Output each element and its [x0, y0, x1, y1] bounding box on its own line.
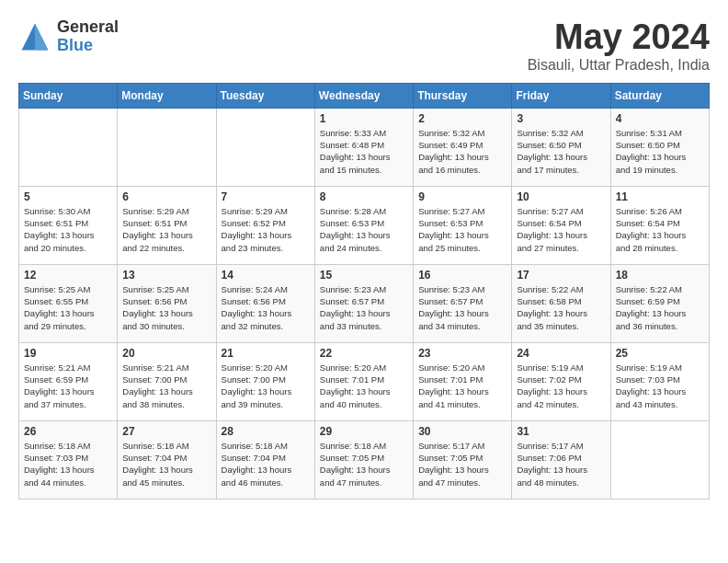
- weekday-header-tuesday: Tuesday: [216, 83, 314, 108]
- day-number: 23: [418, 347, 506, 360]
- day-number: 19: [24, 347, 112, 360]
- day-info: Sunrise: 5:20 AM Sunset: 7:01 PM Dayligh…: [418, 362, 506, 410]
- day-info: Sunrise: 5:32 AM Sunset: 6:50 PM Dayligh…: [517, 127, 605, 176]
- day-number: 24: [517, 347, 605, 360]
- day-number: 7: [222, 190, 310, 203]
- calendar-cell: 28Sunrise: 5:18 AM Sunset: 7:04 PM Dayli…: [216, 420, 314, 499]
- calendar-cell: 15Sunrise: 5:23 AM Sunset: 6:57 PM Dayli…: [314, 264, 413, 342]
- calendar-cell: 29Sunrise: 5:18 AM Sunset: 7:05 PM Dayli…: [314, 420, 413, 499]
- day-info: Sunrise: 5:29 AM Sunset: 6:51 PM Dayligh…: [122, 205, 210, 254]
- day-number: 11: [616, 190, 704, 203]
- day-number: 8: [320, 190, 408, 203]
- day-number: 12: [24, 269, 112, 282]
- calendar-week-1: 1Sunrise: 5:33 AM Sunset: 6:48 PM Daylig…: [19, 108, 710, 186]
- calendar-cell: 22Sunrise: 5:20 AM Sunset: 7:01 PM Dayli…: [314, 342, 413, 420]
- logo: General Blue: [18, 18, 119, 55]
- calendar-week-4: 19Sunrise: 5:21 AM Sunset: 6:59 PM Dayli…: [19, 342, 710, 420]
- day-info: Sunrise: 5:25 AM Sunset: 6:56 PM Dayligh…: [122, 283, 210, 332]
- day-info: Sunrise: 5:19 AM Sunset: 7:02 PM Dayligh…: [517, 362, 605, 410]
- day-number: 29: [320, 425, 408, 438]
- calendar-cell: 17Sunrise: 5:22 AM Sunset: 6:58 PM Dayli…: [512, 264, 610, 342]
- weekday-header-friday: Friday: [512, 83, 610, 108]
- month-title: May 2024: [528, 18, 710, 57]
- calendar-cell: 20Sunrise: 5:21 AM Sunset: 7:00 PM Dayli…: [118, 342, 216, 420]
- calendar-cell: [610, 420, 709, 499]
- calendar-cell: 14Sunrise: 5:24 AM Sunset: 6:56 PM Dayli…: [216, 264, 314, 342]
- calendar-cell: [19, 108, 118, 186]
- day-number: 18: [616, 269, 704, 282]
- day-number: 27: [122, 425, 210, 438]
- day-info: Sunrise: 5:20 AM Sunset: 7:01 PM Dayligh…: [320, 362, 408, 410]
- day-number: 28: [222, 425, 310, 438]
- day-number: 13: [122, 269, 210, 282]
- calendar-cell: 3Sunrise: 5:32 AM Sunset: 6:50 PM Daylig…: [512, 108, 610, 186]
- calendar-cell: 11Sunrise: 5:26 AM Sunset: 6:54 PM Dayli…: [610, 186, 709, 264]
- day-info: Sunrise: 5:19 AM Sunset: 7:03 PM Dayligh…: [616, 362, 704, 410]
- weekday-header-wednesday: Wednesday: [314, 83, 413, 108]
- calendar-cell: 10Sunrise: 5:27 AM Sunset: 6:54 PM Dayli…: [512, 186, 610, 264]
- day-number: 1: [320, 112, 408, 125]
- day-info: Sunrise: 5:18 AM Sunset: 7:05 PM Dayligh…: [320, 440, 408, 488]
- logo-blue-label: Blue: [57, 37, 119, 55]
- calendar-week-5: 26Sunrise: 5:18 AM Sunset: 7:03 PM Dayli…: [19, 420, 710, 499]
- logo-text: General Blue: [57, 18, 119, 55]
- day-number: 17: [517, 269, 605, 282]
- day-info: Sunrise: 5:17 AM Sunset: 7:05 PM Dayligh…: [418, 440, 506, 488]
- calendar-cell: [216, 108, 314, 186]
- day-number: 20: [122, 347, 210, 360]
- calendar-cell: 4Sunrise: 5:31 AM Sunset: 6:50 PM Daylig…: [610, 108, 709, 186]
- calendar-cell: 13Sunrise: 5:25 AM Sunset: 6:56 PM Dayli…: [118, 264, 216, 342]
- day-info: Sunrise: 5:27 AM Sunset: 6:53 PM Dayligh…: [418, 205, 506, 254]
- logo-general-label: General: [57, 18, 119, 37]
- calendar-cell: 1Sunrise: 5:33 AM Sunset: 6:48 PM Daylig…: [314, 108, 413, 186]
- logo-icon: [18, 20, 51, 53]
- calendar-cell: 2Sunrise: 5:32 AM Sunset: 6:49 PM Daylig…: [414, 108, 512, 186]
- day-info: Sunrise: 5:23 AM Sunset: 6:57 PM Dayligh…: [418, 283, 506, 332]
- calendar-cell: 19Sunrise: 5:21 AM Sunset: 6:59 PM Dayli…: [19, 342, 118, 420]
- calendar-cell: 6Sunrise: 5:29 AM Sunset: 6:51 PM Daylig…: [118, 186, 216, 264]
- day-info: Sunrise: 5:20 AM Sunset: 7:00 PM Dayligh…: [222, 362, 310, 410]
- calendar-week-3: 12Sunrise: 5:25 AM Sunset: 6:55 PM Dayli…: [19, 264, 710, 342]
- day-number: 2: [418, 112, 506, 125]
- day-number: 31: [517, 425, 605, 438]
- calendar-cell: 24Sunrise: 5:19 AM Sunset: 7:02 PM Dayli…: [512, 342, 610, 420]
- day-info: Sunrise: 5:24 AM Sunset: 6:56 PM Dayligh…: [222, 283, 310, 332]
- title-block: May 2024 Bisauli, Uttar Pradesh, India: [528, 18, 710, 74]
- calendar-cell: 21Sunrise: 5:20 AM Sunset: 7:00 PM Dayli…: [216, 342, 314, 420]
- day-number: 16: [418, 269, 506, 282]
- day-info: Sunrise: 5:17 AM Sunset: 7:06 PM Dayligh…: [517, 440, 605, 488]
- day-info: Sunrise: 5:26 AM Sunset: 6:54 PM Dayligh…: [616, 205, 704, 254]
- day-info: Sunrise: 5:22 AM Sunset: 6:59 PM Dayligh…: [616, 283, 704, 332]
- day-info: Sunrise: 5:22 AM Sunset: 6:58 PM Dayligh…: [517, 283, 605, 332]
- calendar-cell: 5Sunrise: 5:30 AM Sunset: 6:51 PM Daylig…: [19, 186, 118, 264]
- calendar-cell: 8Sunrise: 5:28 AM Sunset: 6:53 PM Daylig…: [314, 186, 413, 264]
- day-info: Sunrise: 5:25 AM Sunset: 6:55 PM Dayligh…: [24, 283, 112, 332]
- day-info: Sunrise: 5:18 AM Sunset: 7:04 PM Dayligh…: [222, 440, 310, 488]
- calendar-cell: 26Sunrise: 5:18 AM Sunset: 7:03 PM Dayli…: [19, 420, 118, 499]
- day-info: Sunrise: 5:23 AM Sunset: 6:57 PM Dayligh…: [320, 283, 408, 332]
- day-info: Sunrise: 5:30 AM Sunset: 6:51 PM Dayligh…: [24, 205, 112, 254]
- day-number: 26: [24, 425, 112, 438]
- day-number: 6: [122, 190, 210, 203]
- day-info: Sunrise: 5:21 AM Sunset: 7:00 PM Dayligh…: [122, 362, 210, 410]
- weekday-header-thursday: Thursday: [414, 83, 512, 108]
- day-info: Sunrise: 5:33 AM Sunset: 6:48 PM Dayligh…: [320, 127, 408, 176]
- day-number: 25: [616, 347, 704, 360]
- day-number: 4: [616, 112, 704, 125]
- weekday-header-monday: Monday: [118, 83, 216, 108]
- calendar-cell: 7Sunrise: 5:29 AM Sunset: 6:52 PM Daylig…: [216, 186, 314, 264]
- day-number: 21: [222, 347, 310, 360]
- page-header: General Blue May 2024 Bisauli, Uttar Pra…: [18, 18, 710, 74]
- day-info: Sunrise: 5:21 AM Sunset: 6:59 PM Dayligh…: [24, 362, 112, 410]
- calendar-table: SundayMondayTuesdayWednesdayThursdayFrid…: [18, 83, 710, 500]
- day-number: 22: [320, 347, 408, 360]
- weekday-header-saturday: Saturday: [610, 83, 709, 108]
- weekday-header-row: SundayMondayTuesdayWednesdayThursdayFrid…: [19, 83, 710, 108]
- calendar-cell: 30Sunrise: 5:17 AM Sunset: 7:05 PM Dayli…: [414, 420, 512, 499]
- day-number: 3: [517, 112, 605, 125]
- day-info: Sunrise: 5:29 AM Sunset: 6:52 PM Dayligh…: [222, 205, 310, 254]
- weekday-header-sunday: Sunday: [19, 83, 118, 108]
- calendar-cell: 27Sunrise: 5:18 AM Sunset: 7:04 PM Dayli…: [118, 420, 216, 499]
- calendar-cell: 16Sunrise: 5:23 AM Sunset: 6:57 PM Dayli…: [414, 264, 512, 342]
- calendar-cell: 25Sunrise: 5:19 AM Sunset: 7:03 PM Dayli…: [610, 342, 709, 420]
